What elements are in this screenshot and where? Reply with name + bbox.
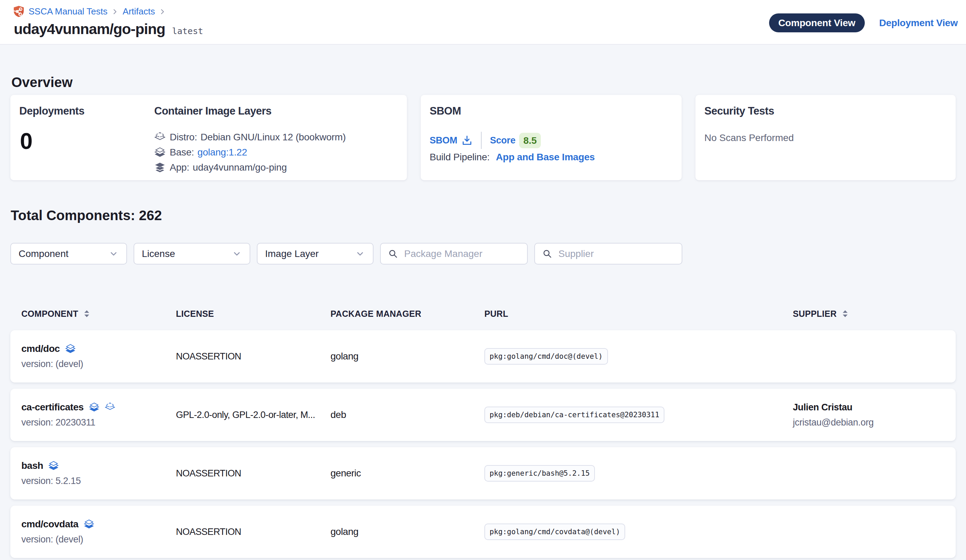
layers-icon (65, 344, 76, 354)
overview-cards: Deployments 0 Container Image Layers Dis… (10, 95, 956, 180)
view-toggle: Component View Deployment View (769, 13, 958, 32)
divider (481, 132, 481, 149)
component-version: version: (devel) (21, 534, 176, 545)
chevron-down-icon (109, 249, 118, 258)
layers-icon (48, 461, 59, 471)
component-name: cmd/doc (21, 343, 60, 354)
purl-chip: pkg:golang/cmd/doc@(devel) (485, 348, 608, 365)
package-manager-value: generic (330, 468, 485, 479)
artifact-tag: latest (172, 26, 203, 36)
components-table: COMPONENT LICENSE PACKAGE MANAGER PURL S… (10, 306, 956, 558)
page-title: uday4vunnam/go-ping (14, 21, 165, 38)
license-value: NOASSERTION (176, 527, 330, 537)
main-content: Overview Deployments 0 Container Image L… (0, 45, 966, 558)
column-header-license: LICENSE (176, 309, 330, 319)
package-manager-search[interactable] (380, 243, 528, 265)
distro-layer-icon (154, 132, 166, 142)
component-name: cmd/covdata (21, 519, 79, 530)
table-row[interactable]: cmd/covdata version: (devel) NOASSERTION… (10, 506, 956, 558)
breadcrumb-link-artifacts[interactable]: Artifacts (123, 6, 155, 17)
layer-label: Base: (170, 147, 194, 158)
breadcrumb-link-project[interactable]: SSCA Manual Tests (29, 6, 107, 17)
overview-heading: Overview (12, 45, 956, 90)
purl-chip: pkg:deb/debian/ca-certificates@20230311 (485, 406, 664, 423)
score-label: Score (490, 135, 515, 146)
layer-value: Debian GNU/Linux 12 (bookworm) (201, 132, 346, 143)
supplier-search[interactable] (534, 243, 682, 265)
sbom-download-link[interactable]: SBOM (430, 135, 457, 146)
license-filter-dropdown[interactable]: License (133, 243, 250, 265)
app-layer-icon (154, 162, 166, 173)
layers-icon (84, 519, 94, 529)
layer-row-base: Base: golang:1.22 (154, 147, 398, 157)
license-value: NOASSERTION (176, 468, 330, 479)
package-manager-value: golang (330, 351, 485, 362)
chevron-down-icon (232, 249, 242, 258)
layers-icon (89, 403, 100, 412)
license-value: GPL-2.0-only, GPL-2.0-or-later, M... (176, 410, 330, 420)
deployments-label: Deployments (19, 105, 154, 117)
component-name: bash (21, 460, 43, 471)
purl-chip: pkg:golang/cmd/covdata@(devel) (485, 524, 625, 540)
layer-value: uday4vunnam/go-ping (193, 162, 287, 173)
layers-dashed-icon (105, 403, 115, 412)
component-version: version: 20230311 (21, 417, 176, 428)
component-name: ca-certificates (21, 402, 84, 413)
component-view-button[interactable]: Component View (769, 13, 865, 32)
layer-label: App: (170, 162, 189, 173)
dropdown-label: License (142, 248, 175, 259)
sort-icon[interactable] (83, 309, 90, 318)
deployments-card: Deployments 0 Container Image Layers Dis… (10, 95, 407, 180)
build-pipeline-link[interactable]: App and Base Images (496, 152, 595, 163)
search-icon (388, 249, 398, 259)
package-manager-value: golang (330, 526, 485, 537)
chevron-right-icon (112, 8, 118, 15)
download-icon[interactable] (462, 135, 472, 146)
table-header-row: COMPONENT LICENSE PACKAGE MANAGER PURL S… (10, 306, 956, 322)
layer-row-distro: Distro: Debian GNU/Linux 12 (bookworm) (154, 132, 398, 142)
chevron-down-icon (356, 249, 365, 258)
component-version: version: (devel) (21, 359, 176, 369)
image-layer-list: Distro: Debian GNU/Linux 12 (bookworm) B… (154, 132, 398, 173)
column-header-package-manager: PACKAGE MANAGER (330, 309, 485, 319)
column-header-supplier[interactable]: SUPPLIER (793, 309, 945, 319)
ssca-shield-icon (13, 5, 25, 17)
component-version: version: 5.2.15 (21, 476, 176, 486)
table-row[interactable]: ca-certificates version: 20230311 GPL-2.… (10, 389, 956, 441)
container-image-layers-label: Container Image Layers (154, 105, 398, 117)
purl-chip: pkg:generic/bash@5.2.15 (485, 465, 595, 481)
build-pipeline-label: Build Pipeline: (430, 152, 490, 163)
sort-icon[interactable] (841, 309, 849, 318)
deployment-view-button[interactable]: Deployment View (879, 18, 958, 29)
package-manager-search-input[interactable] (404, 248, 519, 259)
supplier-name: Julien Cristau (793, 402, 945, 413)
security-tests-status: No Scans Performed (704, 133, 947, 143)
search-icon (542, 249, 552, 259)
column-header-component[interactable]: COMPONENT (21, 309, 176, 319)
base-layer-icon (154, 147, 166, 157)
package-manager-value: deb (330, 409, 485, 420)
column-header-purl: PURL (485, 309, 793, 319)
sbom-card: SBOM SBOM Score 8.5 Build Pipeline: App … (421, 95, 682, 180)
license-value: NOASSERTION (176, 351, 330, 362)
table-body: cmd/doc version: (devel) NOASSERTION gol… (10, 330, 956, 558)
page-header: SSCA Manual Tests Artifacts uday4vunnam/… (0, 0, 966, 45)
security-tests-label: Security Tests (704, 105, 947, 117)
dropdown-label: Component (18, 248, 69, 259)
sbom-label: SBOM (430, 105, 673, 117)
image-layer-filter-dropdown[interactable]: Image Layer (257, 243, 373, 265)
supplier-search-input[interactable] (559, 248, 674, 259)
filter-bar: Component License Image Layer (10, 243, 956, 265)
layer-row-app: App: uday4vunnam/go-ping (154, 162, 398, 173)
chevron-right-icon (159, 8, 166, 15)
security-tests-card: Security Tests No Scans Performed (695, 95, 956, 180)
supplier-email: jcristau@debian.org (793, 417, 945, 428)
dropdown-label: Image Layer (265, 248, 319, 259)
table-row[interactable]: bash version: 5.2.15 NOASSERTION generic… (10, 447, 956, 499)
base-image-link[interactable]: golang:1.22 (197, 147, 247, 158)
deployments-count: 0 (20, 130, 154, 152)
total-components-heading: Total Components: 262 (11, 180, 956, 223)
table-row[interactable]: cmd/doc version: (devel) NOASSERTION gol… (10, 330, 956, 383)
score-badge: 8.5 (519, 133, 541, 148)
component-filter-dropdown[interactable]: Component (10, 243, 127, 265)
